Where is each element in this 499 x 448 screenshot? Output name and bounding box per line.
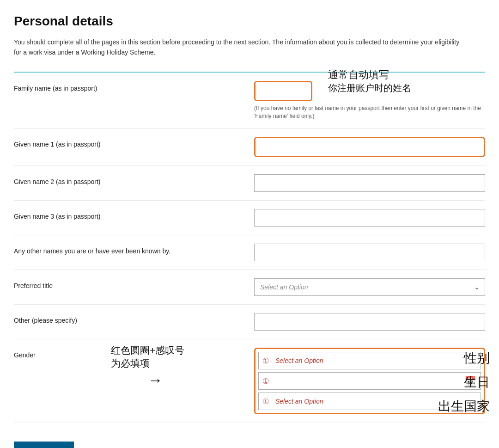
family-name-helper: (If you have no family or last name in y… [254,104,485,120]
given-name-1-label: Given name 1 (as in passport) [14,137,254,148]
family-name-orange-box: WANG [254,81,312,101]
gender-row: Gender ① Select an Option ⌄ ① [14,339,485,423]
family-name-input[interactable]: WANG [256,82,311,100]
given-name-1-orange-box: DACHUI [254,137,485,157]
other-names-control [254,244,485,261]
other-specify-control [254,313,485,331]
given-name-3-input[interactable] [254,209,485,227]
given-name-2-input[interactable] [254,174,485,192]
select-button[interactable]: Select [14,442,74,448]
other-specify-row: Other (please specify) [14,305,485,339]
page-title: Personal details [14,14,485,29]
country-chevron-icon: ⌄ [470,398,476,405]
annotation-required-2: 为必填项 [111,357,184,370]
gender-select[interactable]: Select an Option [272,357,470,364]
preferred-title-select[interactable]: Select an Option [254,278,485,296]
gender-control: ① Select an Option ⌄ ① 📅 ① [254,348,485,414]
given-name-2-label: Given name 2 (as in passport) [14,174,254,185]
family-name-control: WANG (If you have no family or last name… [254,81,485,120]
family-name-row: Family name (as in passport) WANG (If yo… [14,73,485,129]
other-specify-label: Other (please specify) [14,313,254,324]
calendar-icon: 📅 [464,375,476,387]
given-name-3-control [254,209,485,227]
preferred-title-label: Preferred title [14,278,254,289]
given-name-2-control [254,174,485,192]
other-names-label: Any other names you are or have ever bee… [14,244,254,255]
preferred-title-control: Select an Option ⌄ [254,278,485,296]
country-of-birth-select[interactable]: Select an Option [272,398,470,405]
annotation-arrow: → [148,372,184,389]
other-names-row: Any other names you are or have ever bee… [14,235,485,270]
given-name-3-row: Given name 3 (as in passport) [14,201,485,235]
gender-chevron-icon: ⌄ [470,357,476,364]
date-of-birth-input[interactable] [272,377,464,385]
gender-label: Gender [14,348,254,359]
dob-error-icon: ① [262,377,269,386]
given-name-2-row: Given name 2 (as in passport) [14,166,485,201]
given-name-1-input[interactable]: DACHUI [256,138,311,156]
other-names-input[interactable] [254,244,485,261]
intro-text: You should complete all of the pages in … [14,37,467,58]
given-name-1-row: Given name 1 (as in passport) DACHUI [14,129,485,166]
preferred-title-select-wrapper: Select an Option ⌄ [254,278,485,296]
family-name-label: Family name (as in passport) [14,81,254,92]
given-name-1-control: DACHUI [254,137,485,157]
given-name-3-label: Given name 3 (as in passport) [14,209,254,220]
annotation-autofill: 通常自动填写 [328,68,389,82]
preferred-title-row: Preferred title Select an Option ⌄ [14,270,485,305]
gender-error-icon: ① [262,356,269,365]
bottom-bar: Select [14,442,485,448]
personal-details-form: Family name (as in passport) WANG (If yo… [14,73,485,423]
other-specify-input[interactable] [254,313,485,331]
country-error-icon: ① [262,397,269,406]
